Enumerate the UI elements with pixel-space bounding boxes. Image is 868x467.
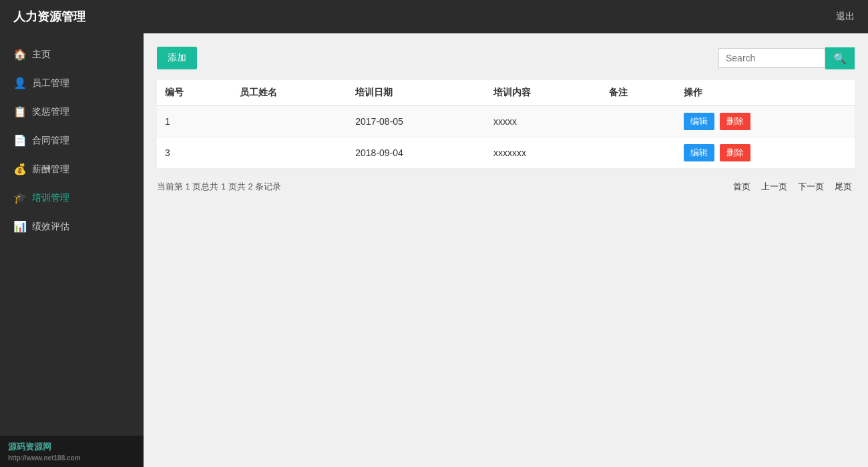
main-content: 添加 🔍 编号 员工姓名 培训日期 培训内容 备注 操作 <box>144 33 868 467</box>
search-button[interactable]: 🔍 <box>825 47 855 69</box>
cell-remark <box>601 106 676 137</box>
col-content: 培训内容 <box>485 80 601 106</box>
sidebar-item-performance-label: 绩效评估 <box>32 221 69 233</box>
home-icon: 🏠 <box>13 48 27 61</box>
search-wrap: 🔍 <box>718 47 855 69</box>
delete-button[interactable]: 删除 <box>720 144 750 161</box>
sidebar-item-home-label: 主页 <box>32 49 51 61</box>
sidebar-item-rewards-label: 奖惩管理 <box>32 106 69 118</box>
cell-name <box>232 106 347 137</box>
sidebar-item-performance[interactable]: 📊 绩效评估 <box>0 212 144 241</box>
sidebar-item-contract-label: 合同管理 <box>32 135 69 147</box>
cell-date: 2017-08-05 <box>347 106 485 137</box>
cell-id: 3 <box>157 137 232 169</box>
pagination: 当前第 1 页总共 1 页共 2 条记录 首页 上一页 下一页 尾页 <box>157 179 855 194</box>
employee-icon: 👤 <box>13 77 27 89</box>
performance-icon: 📊 <box>13 220 27 233</box>
sidebar-item-contract[interactable]: 📄 合同管理 <box>0 126 144 155</box>
edit-button[interactable]: 编辑 <box>684 144 714 161</box>
sidebar-item-training[interactable]: 🎓 培训管理 <box>0 183 144 212</box>
watermark: 源码资源网 http://www.net188.com <box>0 436 144 467</box>
logout-button[interactable]: 退出 <box>836 11 855 23</box>
search-input[interactable] <box>718 48 825 68</box>
prev-page-button[interactable]: 上一页 <box>758 179 790 194</box>
sidebar-item-employee-label: 员工管理 <box>32 77 69 89</box>
last-page-button[interactable]: 尾页 <box>832 179 855 194</box>
col-action: 操作 <box>676 80 855 106</box>
cell-action: 编辑 删除 <box>676 106 855 137</box>
cell-content: xxxxx <box>485 106 601 137</box>
watermark-text: 源码资源网 <box>8 441 136 453</box>
cell-action: 编辑 删除 <box>676 137 855 169</box>
table-row: 3 2018-09-04 xxxxxxx 编辑 删除 <box>157 137 855 169</box>
first-page-button[interactable]: 首页 <box>730 179 753 194</box>
app-title: 人力资源管理 <box>13 9 85 25</box>
cell-id: 1 <box>157 106 232 137</box>
contract-icon: 📄 <box>13 134 27 147</box>
sidebar-item-salary-label: 薪酬管理 <box>32 163 69 175</box>
toolbar: 添加 🔍 <box>157 47 855 69</box>
sidebar-item-employee[interactable]: 👤 员工管理 <box>0 69 144 97</box>
table-row: 1 2017-08-05 xxxxx 编辑 删除 <box>157 106 855 137</box>
sidebar-item-home[interactable]: 🏠 主页 <box>0 40 144 69</box>
cell-content: xxxxxxx <box>485 137 601 169</box>
body-wrap: 🏠 主页 👤 员工管理 📋 奖惩管理 📄 合同管理 💰 薪酬管理 🎓 培训管理 … <box>0 33 868 467</box>
cell-remark <box>601 137 676 169</box>
sidebar: 🏠 主页 👤 员工管理 📋 奖惩管理 📄 合同管理 💰 薪酬管理 🎓 培训管理 … <box>0 33 144 467</box>
sidebar-item-training-label: 培训管理 <box>32 192 69 204</box>
data-table: 编号 员工姓名 培训日期 培训内容 备注 操作 1 2017-08-05 xxx… <box>157 80 855 169</box>
header: 人力资源管理 退出 <box>0 0 868 33</box>
watermark-url: http://www.net188.com <box>8 454 136 462</box>
edit-button[interactable]: 编辑 <box>684 113 714 130</box>
sidebar-item-rewards[interactable]: 📋 奖惩管理 <box>0 97 144 126</box>
salary-icon: 💰 <box>13 163 27 175</box>
col-name: 员工姓名 <box>232 80 347 106</box>
col-id: 编号 <box>157 80 232 106</box>
search-icon: 🔍 <box>833 53 847 64</box>
add-button[interactable]: 添加 <box>157 47 197 69</box>
next-page-button[interactable]: 下一页 <box>795 179 827 194</box>
page-buttons: 首页 上一页 下一页 尾页 <box>730 179 855 194</box>
delete-button[interactable]: 删除 <box>720 113 750 130</box>
cell-date: 2018-09-04 <box>347 137 485 169</box>
col-remark: 备注 <box>601 80 676 106</box>
sidebar-item-salary[interactable]: 💰 薪酬管理 <box>0 155 144 183</box>
col-date: 培训日期 <box>347 80 485 106</box>
training-icon: 🎓 <box>13 191 27 204</box>
rewards-icon: 📋 <box>13 105 27 118</box>
cell-name <box>232 137 347 169</box>
table-header-row: 编号 员工姓名 培训日期 培训内容 备注 操作 <box>157 80 855 106</box>
page-info: 当前第 1 页总共 1 页共 2 条记录 <box>157 181 281 193</box>
